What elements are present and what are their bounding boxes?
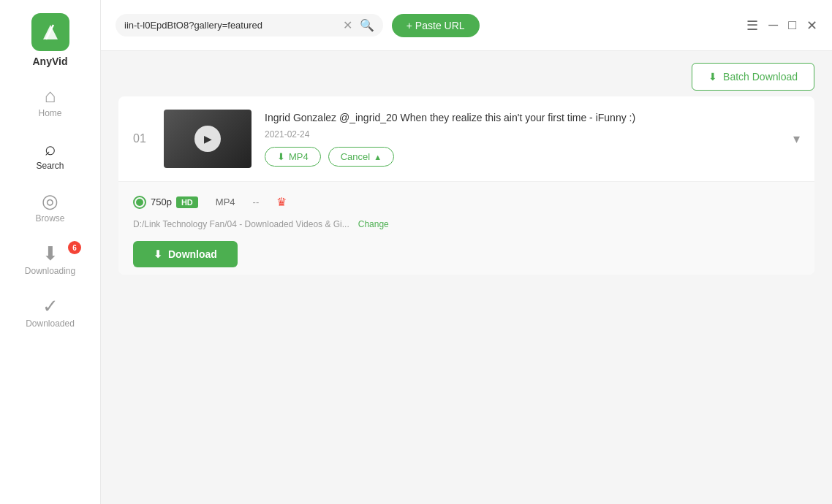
downloading-icon: ⬇ [42, 244, 58, 263]
home-icon: ⌂ [45, 86, 56, 105]
dropdown-icon[interactable]: ▾ [793, 131, 800, 147]
hd-badge: HD [176, 196, 198, 208]
logo-area: AnyVid [31, 0, 69, 75]
crown-icon: ♛ [276, 195, 287, 209]
video-thumbnail[interactable]: ▶ [164, 110, 252, 168]
app-logo [31, 13, 69, 51]
options-row: 750p HD MP4 -- ♛ [133, 195, 800, 209]
video-title-text: Ingrid Gonzalez @_ingrid_20 When they re… [265, 112, 635, 123]
video-number: 01 [133, 132, 151, 145]
bitrate-text: -- [253, 196, 260, 207]
sidebar-item-downloaded[interactable]: ✓ Downloaded [0, 285, 100, 337]
close-icon[interactable]: ✕ [806, 18, 817, 34]
batch-area: ⬇ Batch Download [101, 51, 832, 96]
download-options: 750p HD MP4 -- ♛ D:/Link Technology Fan/… [118, 182, 814, 275]
downloaded-icon: ✓ [42, 297, 58, 316]
sidebar-item-browse[interactable]: ◎ Browse [0, 180, 100, 232]
video-header: 01 ▶ Ingrid Gonzalez @_ingrid_20 When th… [118, 96, 814, 182]
app-name: AnyVid [33, 56, 68, 67]
sidebar-label-downloading: Downloading [25, 266, 75, 276]
window-controls: ☰ ─ □ ✕ [746, 18, 817, 34]
minimize-icon[interactable]: ─ [768, 18, 778, 33]
sidebar-label-downloaded: Downloaded [26, 318, 75, 329]
video-actions: ⬇ MP4 Cancel ▲ [265, 147, 780, 167]
batch-download-label: Batch Download [723, 71, 798, 83]
paste-url-button[interactable]: + Paste URL [392, 14, 480, 37]
search-icon-topbar: 🔍 [360, 18, 374, 32]
radio-circle [133, 196, 146, 209]
cancel-label: Cancel [341, 151, 370, 162]
download-icon-mp4: ⬇ [277, 151, 285, 162]
sidebar-item-home[interactable]: ⌂ Home [0, 75, 100, 127]
downloading-badge: 6 [68, 241, 81, 254]
content-area: 01 ▶ Ingrid Gonzalez @_ingrid_20 When th… [101, 96, 832, 504]
browse-icon: ◎ [42, 191, 58, 210]
video-info: Ingrid Gonzalez @_ingrid_20 When they re… [265, 111, 780, 167]
file-path: D:/Link Technology Fan/04 - Downloaded V… [133, 219, 349, 229]
mp4-label: MP4 [289, 151, 309, 162]
resolution-radio[interactable]: 750p HD [133, 196, 198, 209]
url-display: iin-t-l0EpdBtO8?gallery=featured [124, 20, 336, 31]
play-button[interactable]: ▶ [194, 126, 221, 152]
video-card: 01 ▶ Ingrid Gonzalez @_ingrid_20 When th… [118, 96, 814, 275]
sidebar: AnyVid ⌂ Home ⌕ Search ◎ Browse 6 ⬇ Down… [0, 0, 101, 504]
clear-url-button[interactable]: ✕ [341, 20, 354, 31]
download-icon-batch: ⬇ [708, 71, 717, 83]
mp4-button[interactable]: ⬇ MP4 [265, 147, 321, 167]
resolution-text: 750p [151, 196, 172, 207]
chevron-up-icon: ▲ [374, 153, 382, 161]
search-icon: ⌕ [45, 139, 56, 158]
main-area: iin-t-l0EpdBtO8?gallery=featured ✕ 🔍 + P… [101, 0, 832, 504]
download-icon: ⬇ [154, 248, 162, 260]
sidebar-label-home: Home [38, 108, 61, 118]
video-title: Ingrid Gonzalez @_ingrid_20 When they re… [265, 111, 780, 126]
maximize-icon[interactable]: □ [788, 18, 796, 33]
format-text: MP4 [216, 196, 235, 207]
sidebar-label-browse: Browse [35, 213, 64, 224]
download-label: Download [168, 248, 217, 260]
radio-inner [136, 199, 143, 206]
menu-icon[interactable]: ☰ [746, 18, 758, 34]
topbar: iin-t-l0EpdBtO8?gallery=featured ✕ 🔍 + P… [101, 0, 832, 51]
sidebar-item-search[interactable]: ⌕ Search [0, 127, 100, 180]
sidebar-item-downloading[interactable]: 6 ⬇ Downloading [0, 232, 100, 285]
cancel-button[interactable]: Cancel ▲ [328, 147, 394, 167]
change-path-link[interactable]: Change [358, 219, 389, 229]
file-path-row: D:/Link Technology Fan/04 - Downloaded V… [133, 219, 800, 229]
video-date: 2021-02-24 [265, 129, 780, 140]
url-input-wrapper: iin-t-l0EpdBtO8?gallery=featured ✕ 🔍 [116, 14, 383, 37]
batch-download-button[interactable]: ⬇ Batch Download [692, 63, 814, 91]
sidebar-label-search: Search [36, 161, 64, 171]
download-button[interactable]: ⬇ Download [133, 241, 238, 267]
